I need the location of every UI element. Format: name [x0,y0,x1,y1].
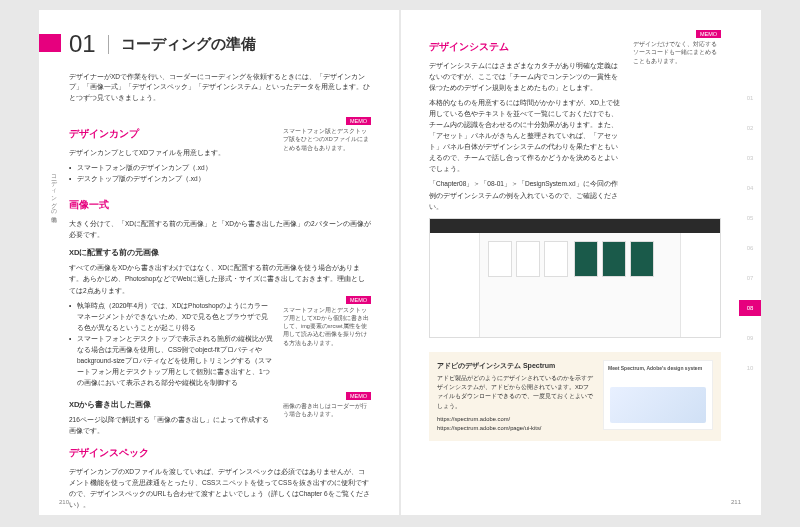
memo-tag: MEMO [346,392,371,400]
page-spread: コーディングの準備 01 コーディングの準備 デザイナーがXDで作業を行い、コー… [39,10,761,515]
chapter-tab-09[interactable]: 09 [739,330,761,346]
chapter-tab-08[interactable]: 08 [739,300,761,316]
info-box-spectrum: アドビのデザインシステム Spectrum アドビ製品がどのようにデザインされて… [429,352,721,442]
section-design-system: デザインシステム デザインシステムにはさまざまなカタチがあり明確な定義はないので… [429,30,721,212]
sec-heading: デザインカンプ [69,127,273,141]
bullet-block: 執筆時点（2020年4月）では、XDはPhotoshopのようにカラーマネージメ… [69,296,371,392]
screenshot-sidebar [430,233,480,337]
chapter-tab-10[interactable]: 10 [739,360,761,376]
body-text: 大きく分けて、「XDに配置する前の元画像」と「XDから書き出した画像」の2パター… [69,218,371,240]
chapter-tab-06[interactable]: 06 [739,240,761,256]
sub-block: XDから書き出した画像 216ページ以降で解説する「画像の書き出し」によって作成… [69,392,371,436]
chapter-tab-04[interactable]: 04 [739,180,761,196]
screenshot-canvas [480,233,680,337]
info-image-header: Meet Spectrum, Adobe's design system [604,361,712,375]
chapter-tab-03[interactable]: 03 [739,150,761,166]
chapter-header: 01 コーディングの準備 [69,30,371,58]
memo-body: スマートフォン版とデスクトップ版をひとつのXDファイルにまとめる場合もあります。 [283,125,371,152]
memo-body: デザインだけでなく、対応するソースコードも一緒にまとめることもあります。 [633,38,721,65]
memo-tag: MEMO [696,30,721,38]
xd-screenshot [429,218,721,338]
list-item: スマートフォンとデスクトップで表示される箇所の縦横比が異なる場合は元画像を使用し… [77,333,273,388]
info-image: Meet Spectrum, Adobe's design system [603,360,713,430]
page-left: コーディングの準備 01 コーディングの準備 デザイナーがXDで作業を行い、コー… [39,10,399,515]
chapter-tab-07[interactable]: 07 [739,270,761,286]
body-text: デザインカンプとしてXDファイルを用意します。 [69,147,273,158]
body-text: デザインシステムにはさまざまなカタチがあり明確な定義はないのですが、ここでは「チ… [429,60,623,93]
chapter-tab-02[interactable]: 02 [739,120,761,136]
screenshot-toolbar [430,219,720,233]
memo-body: スマートフォン用とデスクトップ用としてXDから個別に書き出して、img要素のsr… [283,304,371,347]
body-text: 「Chapter08」＞「08-01」＞「DesignSystem.xd」に今回… [429,178,623,211]
memo-tag: MEMO [346,117,371,125]
chapter-tabs: 01020304050607080910 [739,10,761,515]
list-item: スマートフォン版のデザインカンプ（.xd） [77,162,273,173]
body-text: 本格的なものを用意するには時間がかかりますが、XD上で使用している色やテキストを… [429,97,623,174]
info-url: https://spectrum.adobe.com/ [437,415,595,424]
info-body: アドビ製品がどのようにデザインされているのかを示すデザインシステムが、アドビから… [437,374,595,411]
sec-heading: デザインシステム [429,40,623,54]
info-image-graphic [610,387,706,423]
memo-body: 画像の書き出しはコーダーが行う場合もあります。 [283,400,371,419]
sec-heading: 画像一式 [69,198,371,212]
body-text: すべての画像をXDから書き出すわけではなく、XDに配置する前の元画像を使う場合が… [69,262,371,295]
page-right: デザインシステム デザインシステムにはさまざまなカタチがあり明確な定義はないので… [401,10,761,515]
chapter-tab-01[interactable]: 01 [739,90,761,106]
page-number: 210 [59,499,69,505]
side-label: コーディングの準備 [49,170,58,212]
sub-heading: XDから書き出した画像 [69,400,273,410]
chapter-tab-05[interactable]: 05 [739,210,761,226]
intro-text: デザイナーがXDで作業を行い、コーダーにコーディングを依頼するときには、「デザイ… [69,72,371,103]
chapter-number: 01 [69,30,96,58]
body-text: 216ページ以降で解説する「画像の書き出し」によって作成する画像です。 [69,414,273,436]
sub-heading: XDに配置する前の元画像 [69,248,371,258]
sec-heading: デザインスペック [69,446,371,460]
memo-tag: MEMO [346,296,371,304]
screenshot-panel [680,233,720,337]
info-url: https://spectrum.adobe.com/page/ui-kits/ [437,424,595,433]
chapter-title: コーディングの準備 [108,35,256,54]
section-design-comp: デザインカンプ デザインカンプとしてXDファイルを用意します。 スマートフォン版… [69,117,371,188]
list-item: 執筆時点（2020年4月）では、XDはPhotoshopのようにカラーマネージメ… [77,300,273,333]
info-title: アドビのデザインシステム Spectrum [437,360,595,371]
list-item: デスクトップ版のデザインカンプ（.xd） [77,173,273,184]
body-text: デザインカンプのXDファイルを渡していれば、デザインスペックは必須ではありません… [69,466,371,510]
